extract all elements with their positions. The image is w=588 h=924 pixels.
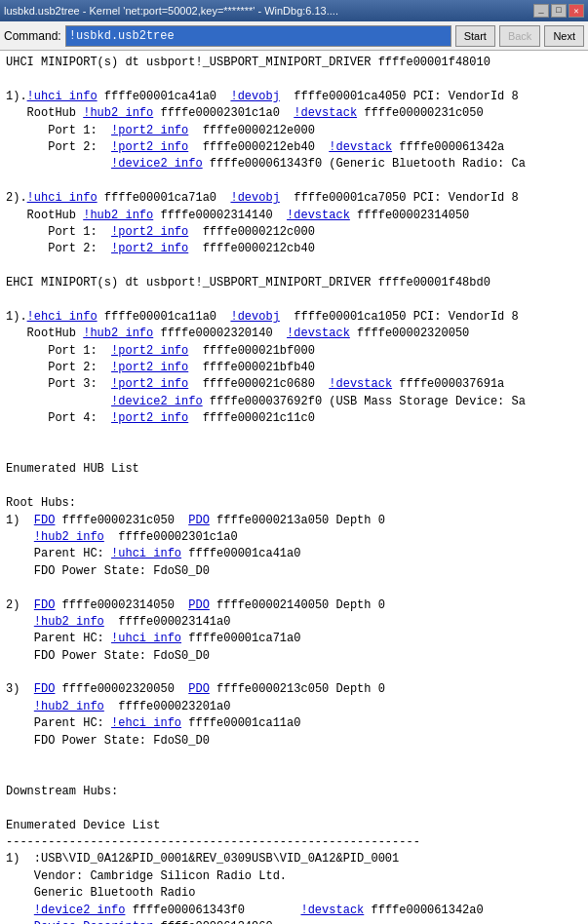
link-hub2-info-r2[interactable]: !hub2 info bbox=[34, 615, 104, 629]
link-ehci-info-1[interactable]: !ehci info bbox=[27, 310, 98, 324]
line-enum-device: Enumerated Device List bbox=[6, 819, 160, 832]
link-hub2-info-3[interactable]: !hub2 info bbox=[83, 327, 153, 340]
link-devstack-3-3[interactable]: !devstack bbox=[329, 377, 392, 391]
link-port2-info-2-1[interactable]: !port2 info bbox=[111, 225, 188, 239]
line-enum-hub: Enumerated HUB List bbox=[6, 462, 139, 476]
line-uhci-header: UHCI MINIPORT(s) dt usbport!_USBPORT_MIN… bbox=[6, 56, 490, 69]
link-fdo-2[interactable]: FDO bbox=[34, 598, 56, 612]
link-hub2-info-r3[interactable]: !hub2 info bbox=[34, 700, 104, 713]
link-pdo-2[interactable]: PDO bbox=[188, 598, 210, 612]
link-fdo-1[interactable]: FDO bbox=[34, 514, 56, 527]
link-port2-info-3-4[interactable]: !port2 info bbox=[111, 411, 188, 425]
line-downstream-hubs: Downstream Hubs: bbox=[6, 785, 118, 798]
link-devstack-3[interactable]: !devstack bbox=[287, 327, 350, 340]
title-bar: lusbkd.usb2tree - Kernel 'net:port=50002… bbox=[0, 0, 588, 21]
link-pdo-3[interactable]: PDO bbox=[188, 682, 210, 696]
link-devobj-3[interactable]: !devobj bbox=[230, 310, 279, 324]
link-port2-info-3-3[interactable]: !port2 info bbox=[111, 377, 188, 391]
title-bar-text: lusbkd.usb2tree - Kernel 'net:port=50002… bbox=[4, 5, 533, 17]
content-text: UHCI MINIPORT(s) dt usbport!_USBPORT_MIN… bbox=[6, 55, 582, 924]
content-area[interactable]: UHCI MINIPORT(s) dt usbport!_USBPORT_MIN… bbox=[0, 51, 588, 924]
link-ehci-info-r3[interactable]: !ehci info bbox=[111, 716, 181, 730]
line-ehci-header: EHCI MINIPORT(s) dt usbport!_USBPORT_MIN… bbox=[6, 276, 490, 289]
link-devstack-1[interactable]: !devstack bbox=[294, 106, 357, 120]
link-devstack-d1[interactable]: !devstack bbox=[300, 904, 364, 917]
maximize-button[interactable]: □ bbox=[551, 4, 567, 18]
link-hub2-info-1[interactable]: !hub2 info bbox=[83, 106, 153, 120]
link-devstack-2[interactable]: !devstack bbox=[287, 209, 350, 222]
link-devstack-1-2[interactable]: !devstack bbox=[329, 140, 392, 154]
title-bar-buttons: _ □ ✕ bbox=[533, 4, 584, 18]
link-device-descriptor-d1[interactable]: Device Descriptor bbox=[34, 920, 153, 924]
link-uhci-info-1[interactable]: !uhci info bbox=[27, 90, 98, 103]
link-uhci-info-2[interactable]: !uhci info bbox=[27, 191, 98, 205]
link-port2-info-1-2[interactable]: !port2 info bbox=[111, 140, 188, 154]
link-port2-info-3-1[interactable]: !port2 info bbox=[111, 344, 188, 358]
line-root-hubs: Root Hubs: bbox=[6, 496, 76, 510]
link-port2-info-3-2[interactable]: !port2 info bbox=[111, 361, 188, 374]
link-hub2-info-r1[interactable]: !hub2 info bbox=[34, 530, 104, 544]
link-devobj-1[interactable]: !devobj bbox=[230, 90, 279, 103]
link-hub2-info-2[interactable]: !hub2 info bbox=[83, 209, 153, 222]
link-devobj-2[interactable]: !devobj bbox=[230, 191, 279, 205]
link-device2-info-d1[interactable]: !device2 info bbox=[34, 904, 126, 917]
link-fdo-3[interactable]: FDO bbox=[34, 682, 56, 696]
command-label: Command: bbox=[4, 29, 61, 43]
minimize-button[interactable]: _ bbox=[533, 4, 549, 18]
link-uhci-info-r2[interactable]: !uhci info bbox=[111, 632, 181, 645]
close-button[interactable]: ✕ bbox=[568, 4, 584, 18]
toolbar: Command: Start Back Next bbox=[0, 21, 588, 51]
back-button[interactable]: Back bbox=[499, 25, 540, 47]
link-uhci-info-r1[interactable]: !uhci info bbox=[111, 547, 181, 560]
link-port2-info-1-1[interactable]: !port2 info bbox=[111, 124, 188, 137]
link-port2-info-2-2[interactable]: !port2 info bbox=[111, 242, 188, 255]
command-input[interactable] bbox=[65, 25, 451, 47]
start-button[interactable]: Start bbox=[455, 25, 495, 47]
link-pdo-1[interactable]: PDO bbox=[188, 514, 210, 527]
link-device2-info-1[interactable]: !device2 info bbox=[111, 157, 203, 171]
link-device2-info-2[interactable]: !device2 info bbox=[111, 395, 203, 408]
next-button[interactable]: Next bbox=[544, 25, 584, 47]
